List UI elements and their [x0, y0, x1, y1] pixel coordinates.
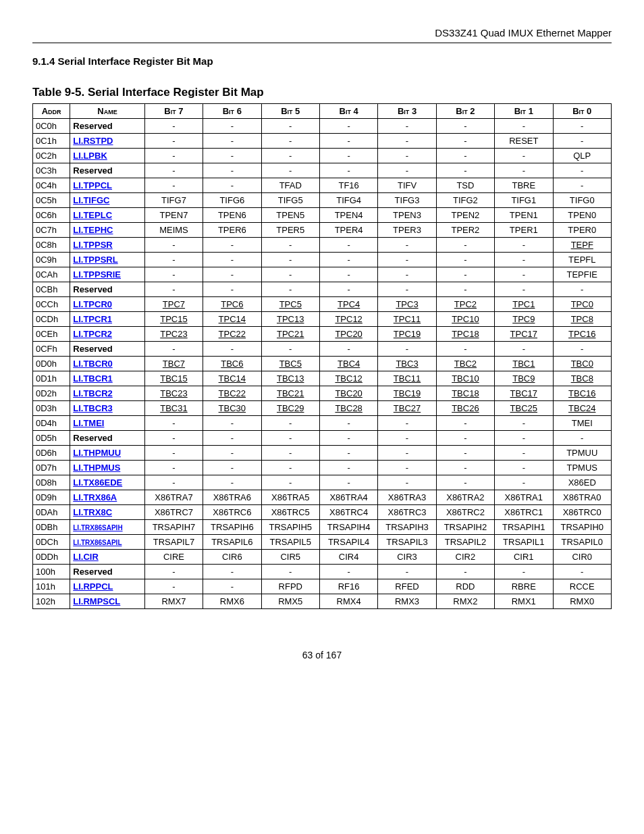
register-link[interactable]: LI.RSTPD	[73, 136, 113, 146]
bit-cell: -	[261, 163, 319, 178]
bit-cell: TBC12	[319, 371, 377, 386]
bit-cell: -	[144, 282, 203, 297]
addr-cell: 0D1h	[33, 371, 70, 386]
col-header: Bit 2	[436, 104, 494, 119]
bit-cell: -	[319, 416, 377, 431]
addr-cell: 0C3h	[33, 163, 70, 178]
bit-cell: -	[203, 282, 261, 297]
bit-cell: -	[144, 267, 203, 282]
register-link[interactable]: LI.TRX86A	[73, 492, 117, 502]
register-link[interactable]: LI.RMPSCL	[73, 596, 120, 606]
name-cell: Reserved	[70, 431, 145, 446]
bit-cell: -	[261, 565, 319, 579]
bit-cell: TPC13	[261, 312, 319, 327]
register-link[interactable]: LI.TBCR3	[73, 403, 113, 413]
bit-cell: -	[495, 461, 553, 475]
bit-cell: CIR5	[261, 550, 319, 565]
bit-cell: -	[436, 342, 494, 357]
bit-cell: TBC26	[436, 401, 494, 416]
register-link[interactable]: LI.TPCR0	[73, 299, 112, 309]
register-link[interactable]: LI.TMEI	[73, 418, 104, 428]
register-link[interactable]: LI.TPPSRIE	[73, 269, 121, 280]
bit-cell: TPC22	[203, 327, 261, 342]
bit-cell: TIFG7	[144, 193, 203, 208]
name-cell: LI.TPPSR	[70, 238, 145, 253]
table-row: 0CChLI.TPCR0TPC7TPC6TPC5TPC4TPC3TPC2TPC1…	[33, 297, 612, 312]
bit-cell: TRSAPIH3	[378, 520, 436, 535]
register-link[interactable]: LI.THPMUU	[73, 448, 121, 458]
bit-cell: -	[261, 431, 319, 446]
table-row: 0CEhLI.TPCR2TPC23TPC22TPC21TPC20TPC19TPC…	[33, 327, 612, 342]
bit-cell: -	[378, 475, 436, 490]
bit-cell: X86TRC7	[144, 505, 203, 520]
bit-cell: -	[203, 431, 261, 446]
register-link[interactable]: LI.TBCR1	[73, 373, 113, 384]
register-link[interactable]: LI.LPBK	[73, 151, 107, 161]
bit-cell: TPC21	[261, 327, 319, 342]
bit-cell: TRSAPIH1	[495, 520, 553, 535]
register-link[interactable]: LI.TX86EDE	[73, 477, 122, 488]
bit-cell: -	[261, 267, 319, 282]
bit-cell: X86TRA1	[495, 490, 553, 505]
bit-cell: TRSAPIH6	[203, 520, 261, 535]
register-link[interactable]: LI.TEPHC	[73, 225, 113, 235]
addr-cell: 0CAh	[33, 267, 70, 282]
addr-cell: 102h	[33, 594, 70, 609]
register-link[interactable]: LI.RPPCL	[73, 581, 113, 592]
register-link[interactable]: LI.TIFGC	[73, 195, 109, 205]
bit-cell: -	[378, 431, 436, 446]
bit-cell: CIR4	[319, 550, 377, 565]
name-cell: LI.TEPHC	[70, 223, 145, 238]
bit-cell: -	[378, 446, 436, 461]
table-row: 0D4hLI.TMEI-------TMEI	[33, 416, 612, 431]
register-link[interactable]: LI.TPPSRL	[73, 255, 117, 265]
register-link[interactable]: LI.TRX86SAPIH	[73, 524, 122, 531]
register-link[interactable]: LI.TRX86SAPIL	[73, 539, 122, 546]
register-link[interactable]: LI.THPMUS	[73, 463, 120, 473]
register-link[interactable]: LI.TPCR2	[73, 329, 112, 339]
name-cell: LI.TPCR1	[70, 312, 145, 327]
register-link[interactable]: LI.TRX8C	[73, 507, 112, 517]
table-row: 0C1hLI.RSTPD------RESET-	[33, 134, 612, 149]
bit-cell: TEPFL	[553, 253, 612, 267]
register-link[interactable]: LI.TPPSR	[73, 240, 113, 250]
bit-cell: TBC8	[553, 371, 612, 386]
name-cell: LI.TIFGC	[70, 193, 145, 208]
bit-cell: RDD	[436, 579, 494, 594]
addr-cell: 0C9h	[33, 253, 70, 267]
bit-cell: TBC9	[495, 371, 553, 386]
register-link[interactable]: LI.TBCR0	[73, 359, 113, 369]
bit-cell: TPER2	[436, 223, 494, 238]
register-link[interactable]: LI.TEPLC	[73, 210, 112, 220]
bit-cell: X86TRC3	[378, 505, 436, 520]
bit-cell: TBC15	[144, 371, 203, 386]
bit-cell: TBC7	[144, 357, 203, 371]
table-title: Table 9-5. Serial Interface Register Bit…	[32, 86, 612, 99]
bit-cell: TBC0	[553, 357, 612, 371]
bit-cell: TBC6	[203, 357, 261, 371]
bit-cell: X86ED	[553, 475, 612, 490]
bit-cell: TBC17	[495, 386, 553, 401]
col-header: Bit 6	[203, 104, 261, 119]
bit-cell: MEIMS	[144, 223, 203, 238]
bit-cell: -	[436, 431, 494, 446]
register-link[interactable]: LI.TBCR2	[73, 388, 113, 398]
bit-cell: -	[319, 253, 377, 267]
table-row: 0C6hLI.TEPLCTPEN7TPEN6TPEN5TPEN4TPEN3TPE…	[33, 208, 612, 223]
bit-cell: -	[495, 475, 553, 490]
bit-cell: -	[203, 475, 261, 490]
name-cell: LI.TPPSRL	[70, 253, 145, 267]
bit-cell: -	[495, 342, 553, 357]
addr-cell: 0CBh	[33, 282, 70, 297]
addr-cell: 0C8h	[33, 238, 70, 253]
bit-cell: TRSAPIL7	[144, 535, 203, 550]
bit-cell: -	[261, 119, 319, 134]
register-link[interactable]: LI.CIR	[73, 552, 99, 562]
col-header: Addr	[33, 104, 70, 119]
bit-cell: -	[495, 431, 553, 446]
bit-cell: TPEN2	[436, 208, 494, 223]
bit-cell: X86TRC4	[319, 505, 377, 520]
register-link[interactable]: LI.TPCR1	[73, 314, 112, 324]
register-link[interactable]: LI.TPPCL	[73, 180, 112, 190]
bit-cell: -	[261, 282, 319, 297]
